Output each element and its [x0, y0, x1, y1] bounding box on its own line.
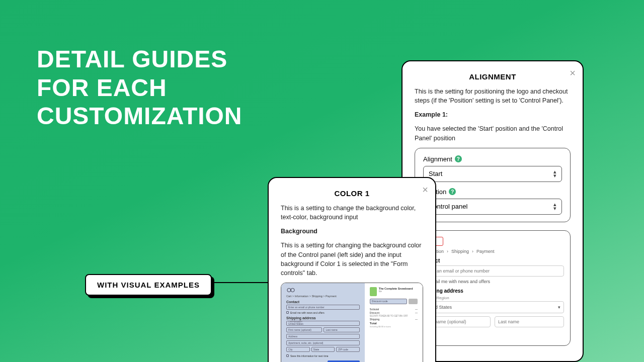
close-icon[interactable]: ×	[422, 184, 428, 196]
rings-logo-icon	[286, 287, 295, 293]
color-preview: Cart > Information > Shipping > Payment …	[281, 283, 423, 362]
email-offers-checkbox[interactable]: Email me with news and offers	[286, 311, 360, 314]
headline-line: DETAIL GUIDES	[37, 45, 243, 74]
breadcrumb: Cart > Information > Shipping > Payment	[286, 295, 360, 298]
control-panel-preview: Cart > Information > Shipping > Payment …	[281, 283, 365, 362]
card-title: ALIGNMENT	[415, 72, 571, 81]
product-variant: Ice	[379, 290, 413, 293]
zip-field[interactable]: ZIP code	[336, 347, 360, 352]
marketing-headline: DETAIL GUIDES FOR EACH CUSTOMIZATION	[37, 45, 243, 131]
last-name-field[interactable]: Last name	[324, 327, 359, 332]
visual-examples-badge: WITH VISUAL EXAMPLES	[85, 274, 212, 296]
contact-section-title: Contact	[286, 300, 360, 304]
discount-code-field[interactable]: Discount code	[370, 299, 407, 304]
badge-label: WITH VISUAL EXAMPLES	[97, 281, 200, 289]
help-icon[interactable]: ?	[455, 155, 462, 162]
order-summary-preview: The Complete Snowboard Ice Discount code…	[365, 283, 423, 362]
close-icon[interactable]: ×	[570, 67, 576, 79]
country-label: Country/Region	[421, 296, 564, 300]
product-thumbnail	[370, 287, 377, 296]
position-label: Position ?	[423, 188, 562, 196]
guide-card-color1: × COLOR 1 This is a setting to change th…	[268, 177, 436, 362]
contact-section-title: Contact	[421, 258, 564, 263]
alignment-preview: Information› Shipping› Payment Contact E…	[415, 230, 571, 346]
country-select[interactable]: United States ▾	[421, 301, 564, 313]
state-select[interactable]: State	[311, 347, 335, 352]
position-select[interactable]: Control panel ▴▾	[423, 199, 562, 215]
headline-line: FOR EACH	[37, 74, 243, 103]
country-select[interactable]: Country/Region United States	[286, 321, 360, 326]
card-intro: This is the setting for positioning the …	[415, 87, 571, 105]
last-name-field[interactable]: Last name	[495, 316, 564, 327]
breadcrumb: Information› Shipping› Payment	[421, 249, 564, 254]
city-field[interactable]: City	[286, 347, 310, 352]
alignment-label: Alignment ?	[423, 155, 562, 163]
chevron-down-icon: ▾	[558, 305, 560, 310]
svg-point-1	[291, 288, 294, 292]
select-value: Start	[429, 170, 442, 177]
email-field[interactable]: Enter an email or phone number	[421, 265, 564, 277]
apartment-field[interactable]: Apartment, suite, etc. (optional)	[286, 340, 360, 345]
headline-line: CUSTOMIZATION	[37, 102, 243, 131]
shipping-section-title: Shipping address	[286, 316, 360, 320]
alignment-select[interactable]: Start ▴▾	[423, 166, 562, 182]
first-name-field[interactable]: First name (optional)	[286, 327, 322, 332]
chevron-updown-icon: ▴▾	[553, 170, 556, 177]
subsection-text: This is a setting for changing the backg…	[281, 241, 423, 278]
svg-point-0	[287, 288, 291, 292]
card-intro: This is a setting to change the backgrou…	[281, 204, 423, 222]
card-title: COLOR 1	[281, 189, 423, 198]
example-label: Example 1:	[415, 110, 571, 119]
chevron-updown-icon: ▴▾	[553, 203, 556, 210]
product-name: The Complete Snowboard	[379, 287, 413, 290]
help-icon[interactable]: ?	[449, 188, 456, 195]
apply-discount-button[interactable]	[409, 299, 418, 304]
email-offers-checkbox[interactable]: Email me with news and offers	[421, 279, 564, 284]
shipping-section-title: Shipping address	[421, 288, 564, 294]
address-field[interactable]: Address	[286, 334, 360, 339]
subsection-title: Background	[281, 227, 423, 236]
example-text: You have selected the 'Start' position a…	[415, 124, 571, 142]
email-field[interactable]: Enter an email or phone number	[286, 305, 360, 310]
tax-note: Including $0.00 in taxes	[370, 325, 418, 328]
save-info-checkbox[interactable]: Save this information for next time	[286, 354, 360, 357]
settings-panel: Alignment ? Start ▴▾ Position ? Control …	[415, 148, 571, 222]
